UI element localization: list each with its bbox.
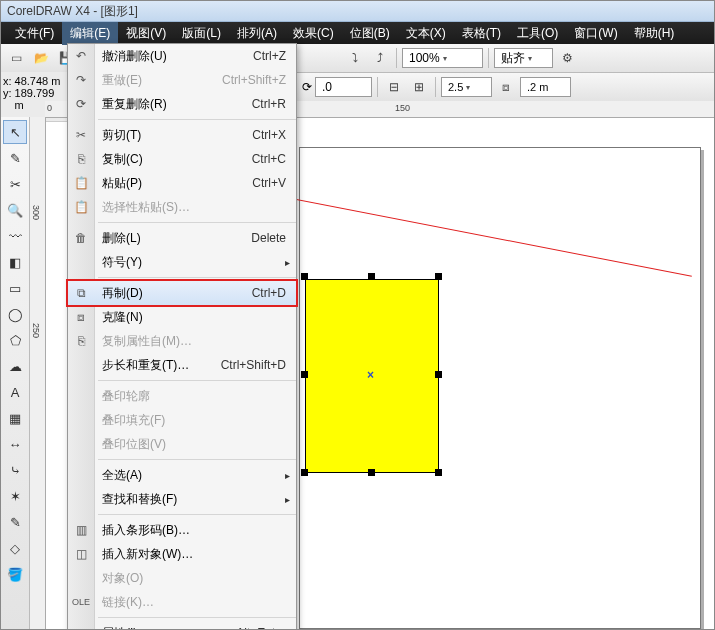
menu-find-replace[interactable]: 查找和替换(F) ▸ bbox=[68, 487, 296, 511]
duplicate-icon: ⧉ bbox=[68, 286, 94, 300]
paste-special-icon: 📋 bbox=[68, 200, 94, 214]
dimension-tool-icon[interactable]: ↔ bbox=[3, 432, 27, 456]
menu-select-all[interactable]: 全选(A) ▸ bbox=[68, 463, 296, 487]
menu-file[interactable]: 文件(F) bbox=[7, 22, 62, 45]
chevron-down-icon: ▾ bbox=[443, 54, 447, 63]
handle-w[interactable] bbox=[301, 371, 308, 378]
copy-icon: ⎘ bbox=[68, 152, 94, 166]
menu-tools[interactable]: 工具(O) bbox=[509, 22, 566, 45]
coord-x: 48.748 m bbox=[15, 75, 61, 87]
nudge-field[interactable]: 2.5▾ bbox=[441, 77, 492, 97]
links-icon: OLE bbox=[68, 597, 94, 607]
menu-redo: ↷ 重做(E) Ctrl+Shift+Z bbox=[68, 68, 296, 92]
menu-text[interactable]: 文本(X) bbox=[398, 22, 454, 45]
menu-table[interactable]: 表格(T) bbox=[454, 22, 509, 45]
barcode-icon: ▥ bbox=[68, 523, 94, 537]
menu-repeat[interactable]: ⟳ 重复删除(R) Ctrl+R bbox=[68, 92, 296, 116]
rotation-field[interactable]: .0 bbox=[315, 77, 372, 97]
align-icon[interactable]: ⊟ bbox=[383, 76, 405, 98]
chevron-down-icon: ▾ bbox=[528, 54, 532, 63]
table-tool-icon[interactable]: ▦ bbox=[3, 406, 27, 430]
zoom-combo[interactable]: 100% ▾ bbox=[402, 48, 483, 68]
crop-tool-icon[interactable]: ✂ bbox=[3, 172, 27, 196]
menu-copy[interactable]: ⎘ 复制(C) Ctrl+C bbox=[68, 147, 296, 171]
repeat-icon: ⟳ bbox=[68, 97, 94, 111]
menu-properties[interactable]: 属性(I) Alt+Enter bbox=[68, 621, 296, 630]
menu-overprint-fill: 叠印填充(F) bbox=[68, 408, 296, 432]
menu-duplicate[interactable]: ⧉ 再制(D) Ctrl+D bbox=[67, 280, 297, 306]
menu-clone[interactable]: ⧈ 克隆(N) bbox=[68, 305, 296, 329]
menu-symbol[interactable]: 符号(Y) ▸ bbox=[68, 250, 296, 274]
app-title: CorelDRAW X4 - [图形1] bbox=[7, 3, 138, 20]
menu-help[interactable]: 帮助(H) bbox=[626, 22, 683, 45]
selection-center-icon: × bbox=[367, 368, 374, 382]
rectangle-tool-icon[interactable]: ▭ bbox=[3, 276, 27, 300]
menu-bitmaps[interactable]: 位图(B) bbox=[342, 22, 398, 45]
freehand-tool-icon[interactable]: 〰 bbox=[3, 224, 27, 248]
effects-tool-icon[interactable]: ✶ bbox=[3, 484, 27, 508]
new-icon[interactable]: ▭ bbox=[5, 47, 27, 69]
menu-delete[interactable]: 🗑 删除(L) Delete bbox=[68, 226, 296, 250]
polygon-tool-icon[interactable]: ⬠ bbox=[3, 328, 27, 352]
eyedropper-tool-icon[interactable]: ✎ bbox=[3, 510, 27, 534]
menu-insert-object[interactable]: ◫ 插入新对象(W)… bbox=[68, 542, 296, 566]
menu-insert-barcode[interactable]: ▥ 插入条形码(B)… bbox=[68, 518, 296, 542]
handle-e[interactable] bbox=[435, 371, 442, 378]
text-tool-icon[interactable]: A bbox=[3, 380, 27, 404]
smartfill-tool-icon[interactable]: ◧ bbox=[3, 250, 27, 274]
paste-icon: 📋 bbox=[68, 176, 94, 190]
menu-layout[interactable]: 版面(L) bbox=[174, 22, 229, 45]
snap-combo[interactable]: 贴齐 ▾ bbox=[494, 48, 553, 68]
unit-field[interactable]: .2 m bbox=[520, 77, 571, 97]
handle-sw[interactable] bbox=[301, 469, 308, 476]
insert-object-icon: ◫ bbox=[68, 547, 94, 561]
options-icon[interactable]: ⚙ bbox=[556, 47, 578, 69]
menu-undo[interactable]: ↶ 撤消删除(U) Ctrl+Z bbox=[68, 44, 296, 68]
ellipse-tool-icon[interactable]: ◯ bbox=[3, 302, 27, 326]
shape-tool-icon[interactable]: ✎ bbox=[3, 146, 27, 170]
menu-view[interactable]: 视图(V) bbox=[118, 22, 174, 45]
menu-paste-special: 📋 选择性粘贴(S)… bbox=[68, 195, 296, 219]
cut-icon: ✂ bbox=[68, 128, 94, 142]
export-icon[interactable]: ⤴ bbox=[369, 47, 391, 69]
copy-prop-icon: ⎘ bbox=[68, 334, 94, 348]
rotation-icon: ⟳ bbox=[302, 80, 312, 94]
menu-edit[interactable]: 编辑(E) bbox=[62, 22, 118, 45]
menu-arrange[interactable]: 排列(A) bbox=[229, 22, 285, 45]
fill-tool-icon[interactable]: 🪣 bbox=[3, 562, 27, 586]
menu-paste[interactable]: 📋 粘贴(P) Ctrl+V bbox=[68, 171, 296, 195]
delete-icon: 🗑 bbox=[68, 231, 94, 245]
menu-cut[interactable]: ✂ 剪切(T) Ctrl+X bbox=[68, 123, 296, 147]
menu-step-repeat[interactable]: 步长和重复(T)… Ctrl+Shift+D bbox=[68, 353, 296, 377]
chevron-right-icon: ▸ bbox=[285, 494, 290, 505]
menu-overprint-bitmap: 叠印位图(V) bbox=[68, 432, 296, 456]
menu-effects[interactable]: 效果(C) bbox=[285, 22, 342, 45]
menu-object: 对象(O) bbox=[68, 566, 296, 590]
distribute-icon[interactable]: ⊞ bbox=[408, 76, 430, 98]
clone-icon: ⧈ bbox=[68, 310, 94, 324]
edit-menu-dropdown: ↶ 撤消删除(U) Ctrl+Z ↷ 重做(E) Ctrl+Shift+Z ⟳ … bbox=[67, 43, 297, 630]
pick-tool-icon[interactable]: ↖ bbox=[3, 120, 27, 144]
handle-nw[interactable] bbox=[301, 273, 308, 280]
handle-se[interactable] bbox=[435, 469, 442, 476]
handle-ne[interactable] bbox=[435, 273, 442, 280]
undo-icon: ↶ bbox=[68, 49, 94, 63]
menu-window[interactable]: 窗口(W) bbox=[566, 22, 625, 45]
handle-n[interactable] bbox=[368, 273, 375, 280]
menu-bar: 文件(F) 编辑(E) 视图(V) 版面(L) 排列(A) 效果(C) 位图(B… bbox=[1, 22, 714, 44]
basic-shapes-icon[interactable]: ☁ bbox=[3, 354, 27, 378]
ruler-vertical: 300 250 bbox=[29, 117, 46, 629]
title-bar: CorelDRAW X4 - [图形1] bbox=[1, 1, 714, 22]
menu-links: OLE 链接(K)… bbox=[68, 590, 296, 614]
chevron-right-icon: ▸ bbox=[285, 470, 290, 481]
open-icon[interactable]: 📂 bbox=[30, 47, 52, 69]
menu-overprint-outline: 叠印轮廓 bbox=[68, 384, 296, 408]
dupdist-icon[interactable]: ⧈ bbox=[495, 76, 517, 98]
connector-tool-icon[interactable]: ⤷ bbox=[3, 458, 27, 482]
zoom-value: 100% bbox=[409, 51, 440, 65]
outline-tool-icon[interactable]: ◇ bbox=[3, 536, 27, 560]
import-icon[interactable]: ⤵ bbox=[344, 47, 366, 69]
zoom-tool-icon[interactable]: 🔍 bbox=[3, 198, 27, 222]
handle-s[interactable] bbox=[368, 469, 375, 476]
menu-copy-properties: ⎘ 复制属性自(M)… bbox=[68, 329, 296, 353]
